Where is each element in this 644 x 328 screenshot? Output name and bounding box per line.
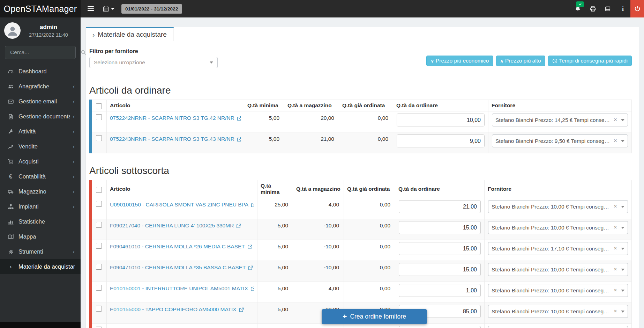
sidebar-item[interactable]: Mappa ‹ [0,229,81,244]
clear-selection-icon[interactable]: × [614,137,617,144]
row-checkbox[interactable] [96,135,102,141]
supplier-select[interactable]: Stefano Bianchi Prezzo: 14,25 € Tempi co… [492,114,628,126]
supplier-select[interactable]: Stefano Bianchi Prezzo: 10,00 € Tempi co… [488,326,628,328]
sidebar-toggle-icon[interactable] [88,6,94,11]
supplier-select[interactable]: Stefano Bianchi Prezzo: 10,00 € Tempi co… [488,200,628,213]
clear-selection-icon[interactable]: × [614,224,617,231]
sidebar-item[interactable]: € Contabilità ‹ [0,169,81,184]
sidebar-item[interactable]: Vendite ‹ [0,139,81,154]
article-link[interactable]: F090471010 - CERNIERA MOLLA *35 BASSA C … [110,264,254,271]
sidebar-item[interactable]: › Materiale da acquistare ‹ [0,259,81,274]
supplier-select[interactable]: Stefano Bianchi Prezzo: 10,00 € Tempi co… [488,284,628,297]
sidebar-item[interactable]: Dashboard ‹ [0,64,81,79]
row-checkbox[interactable] [96,201,102,207]
row-checkbox[interactable] [96,327,102,328]
sort-button-label: Prezzo più alto [505,58,541,64]
create-supplier-order-button[interactable]: + Crea ordine fornitore [322,309,427,324]
article-link[interactable]: 0752242NRNR - SCARPA NITRO S3 TG.42 NR/N… [110,115,241,121]
qty-ordered-cell: 0,00 [339,132,393,153]
article-link[interactable]: E010155000 - TAPPO COPRIFORO AM5000 MATI… [110,306,254,313]
sort-buttons: ∨ Prezzo più economico ∧ Prezzo più alto… [426,56,632,66]
qty-to-order-input[interactable] [399,221,481,234]
sidebar-item[interactable]: Magazzino ‹ [0,184,81,199]
row-checkbox[interactable] [96,114,102,120]
date-range-picker[interactable] [103,6,114,12]
article-link[interactable]: 0752243NRNR - SCARPA NITRO S3 TG.43 NR/N… [110,136,241,142]
clear-selection-icon[interactable]: × [614,203,617,210]
sidebar-item[interactable]: Acquisti ‹ [0,154,81,169]
sort-button-label: Tempi di consegna più rapidi [559,58,628,64]
qty-to-order-input[interactable] [399,284,481,297]
caret-down-icon [621,119,624,121]
sidebar-item[interactable]: Gestione email ‹ [0,94,81,109]
article-link[interactable]: F090461010 - CERNIERA MOLLA *26 MEDIA C … [110,243,254,250]
clear-selection-icon[interactable]: × [614,245,617,252]
sidebar-item-icon: € [7,174,15,180]
supplier-select[interactable]: Stefano Bianchi Prezzo: 9,50 € Tempi con… [492,134,628,147]
table-header-row: Articolo Q.tà minima Q.tà a magazzino Q.… [92,100,632,111]
sort-button-icon: ∨ [430,58,434,64]
sidebar-item[interactable]: Gestione documentale ‹ [0,109,81,124]
qty-to-order-input[interactable] [397,114,485,126]
book-icon [605,6,611,12]
caret-down-icon [621,290,624,292]
clear-selection-icon[interactable]: × [614,287,617,294]
sort-button-icon: ∧ [500,58,504,64]
external-link-icon [247,245,252,249]
sidebar-item-label: Materiale da acquistare [18,263,75,270]
supplier-select[interactable]: Stefano Bianchi Prezzo: 17,10 € Tempi co… [488,242,628,255]
chevron-left-icon: ‹ [73,174,75,180]
sidebar-item-icon [7,69,15,74]
select-all-checkbox[interactable] [96,103,102,109]
tab-materiale-da-acquistare[interactable]: › Materiale da acquistare [86,27,174,41]
date-range-badge[interactable]: 01/01/2022 - 31/12/2022 [121,4,182,14]
docs-button[interactable] [600,0,615,17]
notifications-button[interactable] [570,0,585,17]
info-button[interactable]: i [615,0,630,17]
sidebar-item[interactable]: Strumenti ‹ [0,244,81,259]
supplier-select[interactable]: Stefano Bianchi Prezzo: 10,00 € Tempi co… [488,263,628,276]
qty-min-cell: 5,00 [257,282,293,303]
article-link[interactable]: E010150001 - INTERRUTTORE UNIPOL AM5001 … [110,285,254,292]
sort-button[interactable]: ∨ Prezzo più economico [426,56,493,66]
supplier-select[interactable]: Stefano Bianchi Prezzo: 10,00 € Tempi co… [488,221,628,234]
supplier-select-value: Stefano Bianchi Prezzo: 10,00 € Tempi co… [492,204,612,210]
sort-button[interactable]: Tempi di consegna più rapidi [548,56,632,66]
row-checkbox[interactable] [96,306,102,312]
qty-to-order-input[interactable] [397,134,485,147]
qty-to-order-input[interactable] [399,200,481,213]
qty-to-order-input[interactable] [399,242,481,255]
row-checkbox[interactable] [96,264,102,270]
supplier-select-value: Stefano Bianchi Prezzo: 9,50 € Tempi con… [495,138,612,144]
qty-stock-cell: 4,00 [293,198,344,219]
select-all-checkbox[interactable] [96,187,102,193]
chevron-left-icon: ‹ [73,99,75,104]
row-checkbox[interactable] [96,285,102,291]
sidebar-item-label: Attività [18,128,70,135]
sidebar-search[interactable] [5,46,76,59]
clear-selection-icon[interactable]: × [614,266,617,273]
qty-ordered-cell: 0,00 [344,198,395,219]
sidebar-item[interactable]: Impianti ‹ [0,199,81,214]
row-checkbox[interactable] [96,243,102,249]
print-button[interactable] [585,0,600,17]
supplier-filter-select[interactable]: Seleziona un'opzione [89,57,218,68]
qty-to-order-input[interactable] [399,326,481,328]
caret-down-icon [621,206,624,208]
article-link[interactable]: F090217040 - CERNIERA LUNG 4' 100X25 330… [110,223,254,229]
sort-button-icon [552,58,557,64]
clear-selection-icon[interactable]: × [614,116,617,123]
logout-button[interactable] [630,0,644,17]
sidebar-item[interactable]: Attività ‹ [0,124,81,139]
sidebar-item[interactable]: Anagrafiche ‹ [0,79,81,94]
row-checkbox[interactable] [96,222,102,228]
sort-button[interactable]: ∧ Prezzo più alto [496,56,545,66]
section-title-ordinare: Articoli da ordinare [89,86,632,95]
clear-selection-icon[interactable]: × [614,308,617,315]
info-icon: i [622,6,624,12]
qty-to-order-input[interactable] [399,263,481,276]
supplier-select[interactable]: Stefano Bianchi Prezzo: 10,00 € Tempi co… [488,305,628,318]
search-input[interactable] [9,49,81,56]
article-link[interactable]: U090100150 - CARRIOLA SMONT VAS ZINC PNE… [110,202,254,208]
sidebar-item[interactable]: Statistiche ‹ [0,214,81,229]
